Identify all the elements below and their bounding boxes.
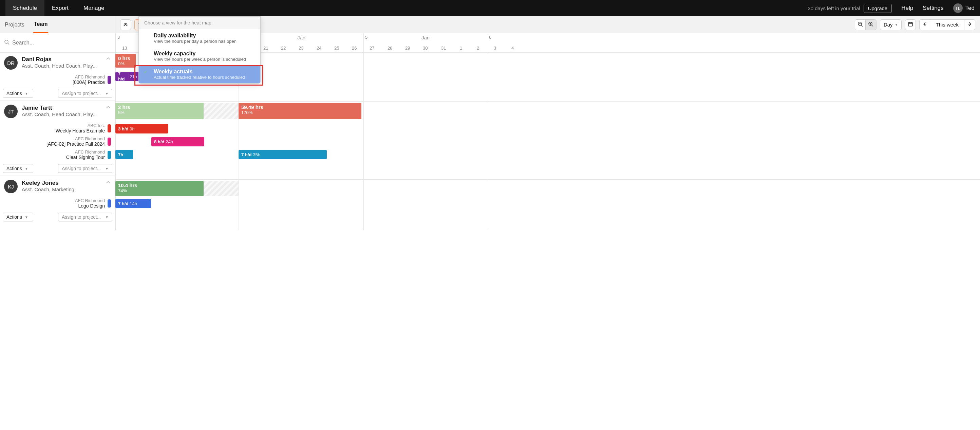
- project-row[interactable]: AFC Richmond Logo Design: [0, 197, 115, 210]
- chevron-down-icon: ▼: [105, 215, 108, 219]
- person-actions-row: Actions ▼ Assign to project... ▼: [0, 86, 115, 101]
- collapse-person-button[interactable]: [105, 180, 111, 186]
- week-number: 3: [118, 35, 120, 40]
- project-row[interactable]: AFC Richmond [000A] Practice: [0, 73, 115, 86]
- heat-hours: 59.49 hrs: [241, 104, 359, 110]
- zoom-out-icon: [858, 21, 863, 28]
- avatar: JT: [4, 105, 18, 118]
- collapse-all-button[interactable]: [120, 19, 131, 30]
- month-label: Jan: [422, 35, 430, 40]
- actions-button[interactable]: Actions ▼: [3, 164, 33, 173]
- user-name: Ted: [966, 5, 975, 11]
- check-icon: ✓: [143, 69, 148, 75]
- project-client: AFC Richmond: [73, 74, 105, 80]
- collapse-person-button[interactable]: [105, 56, 111, 62]
- dropdown-item-weekly-capacity[interactable]: Weekly capacity View the hours per week …: [139, 47, 260, 65]
- user-menu[interactable]: TL Ted: [953, 3, 975, 13]
- week-number: 6: [489, 35, 492, 40]
- avatar: TL: [953, 3, 963, 13]
- upgrade-button[interactable]: Upgrade: [864, 4, 892, 13]
- hatched-area: [204, 103, 239, 119]
- task-bar[interactable]: 3 h/d 9h: [115, 124, 168, 133]
- day-label: 1: [460, 45, 462, 51]
- dropdown-heading: Choose a view for the heat map:: [139, 17, 260, 29]
- heat-bar[interactable]: 10.4 hrs 74%: [115, 181, 204, 196]
- task-bar[interactable]: 7 h/d 14h: [115, 199, 151, 208]
- task-bar[interactable]: 8 h/d 24h: [151, 137, 204, 146]
- trial-text: 30 days left in your trial: [808, 5, 860, 11]
- heat-bar[interactable]: 59.49 hrs 170%: [239, 103, 361, 119]
- task-bar[interactable]: 7 h/d 35h: [239, 150, 327, 159]
- arrow-left-icon: [922, 21, 928, 28]
- tab-projects[interactable]: Projects: [4, 16, 25, 33]
- task-bar[interactable]: 7 h/d 21h: [115, 72, 140, 81]
- task-bar[interactable]: 7h: [115, 150, 133, 159]
- chevron-down-icon: ▼: [895, 23, 898, 27]
- day-label: 4: [511, 45, 514, 51]
- search-input[interactable]: [12, 40, 111, 46]
- actions-label: Actions: [6, 214, 22, 220]
- person-name[interactable]: Dani Rojas: [22, 56, 97, 63]
- next-period-button[interactable]: [964, 19, 975, 30]
- person-name[interactable]: Jamie Tartt: [22, 105, 97, 112]
- project-row[interactable]: AFC Richmond Cleat Signing Tour: [0, 148, 115, 161]
- project-name: [AFC-02] Practice Fall 2024: [46, 141, 105, 147]
- nav-settings[interactable]: Settings: [923, 5, 943, 11]
- this-week-button[interactable]: This week: [930, 19, 964, 30]
- chevron-down-icon: ▼: [105, 92, 108, 96]
- collapse-person-button[interactable]: [105, 105, 111, 111]
- actions-button[interactable]: Actions ▼: [3, 89, 33, 98]
- dropdown-item-sub: View the hours per week a person is sche…: [154, 57, 255, 62]
- person-actions-row: Actions ▼ Assign to project... ▼: [0, 210, 115, 224]
- actions-button[interactable]: Actions ▼: [3, 213, 33, 221]
- project-row[interactable]: AFC Richmond [AFC-02] Practice Fall 2024: [0, 135, 115, 148]
- assign-to-project-select[interactable]: Assign to project... ▼: [58, 89, 112, 98]
- calendar-button[interactable]: [905, 19, 916, 30]
- heat-bar[interactable]: 2 hrs 5%: [115, 103, 204, 119]
- assign-placeholder: Assign to project...: [62, 166, 101, 171]
- heatmap-dropdown: Choose a view for the heat map: Daily av…: [138, 16, 261, 83]
- month-label: Jan: [297, 35, 305, 40]
- zoom-out-button[interactable]: [855, 19, 865, 30]
- day-label: 24: [317, 45, 321, 51]
- heat-hours: 2 hrs: [118, 104, 201, 110]
- day-label: 31: [441, 45, 446, 51]
- dropdown-item-sub: View the hours per day a person has open: [154, 39, 255, 44]
- project-color-dot: [108, 137, 111, 146]
- chevron-down-icon: ▼: [25, 167, 28, 171]
- task-rate: 7 h/d: [118, 71, 128, 82]
- assign-placeholder: Assign to project...: [62, 214, 101, 220]
- view-unit-button[interactable]: Day ▼: [880, 19, 902, 30]
- nav-help[interactable]: Help: [901, 5, 913, 11]
- search-icon: [4, 39, 10, 46]
- dropdown-item-title: Daily availability: [154, 33, 255, 39]
- day-label: 22: [281, 45, 286, 51]
- nav-manage[interactable]: Manage: [76, 0, 111, 16]
- svg-line-2: [861, 25, 862, 27]
- zoom-in-button[interactable]: [865, 19, 877, 30]
- nav-schedule[interactable]: Schedule: [5, 0, 45, 16]
- zoom-in-icon: [868, 21, 873, 28]
- project-row[interactable]: ABC Inc. Weekly Hours Example: [0, 121, 115, 135]
- project-name: Weekly Hours Example: [56, 128, 105, 133]
- day-label: 28: [388, 45, 392, 51]
- dropdown-item-daily-availability[interactable]: Daily availability View the hours per da…: [139, 29, 260, 47]
- person-name[interactable]: Keeley Jones: [22, 180, 74, 187]
- prev-period-button[interactable]: [919, 19, 930, 30]
- arrow-right-icon: [967, 21, 972, 28]
- task-rate: 3 h/d: [118, 126, 128, 131]
- assign-to-project-select[interactable]: Assign to project... ▼: [58, 213, 112, 221]
- day-label: 30: [423, 45, 428, 51]
- timeline-section: 2 hrs 5% 59.49 hrs 170% 3 h/d 9h 8 h/d 2…: [115, 101, 980, 179]
- nav-export[interactable]: Export: [45, 0, 76, 16]
- dropdown-item-weekly-actuals[interactable]: ✓ Weekly actuals Actual time tracked rel…: [139, 65, 260, 83]
- person-header: KJ Keeley Jones Asst. Coach, Marketing: [0, 176, 115, 197]
- task-hours: 21h: [130, 74, 137, 79]
- calendar-icon: [908, 21, 913, 28]
- double-chevron-up-icon: [123, 21, 128, 28]
- assign-to-project-select[interactable]: Assign to project... ▼: [58, 164, 112, 173]
- project-color-dot: [108, 151, 111, 159]
- heat-bar[interactable]: 0 hrs 0%: [115, 54, 136, 67]
- tab-team[interactable]: Team: [33, 16, 49, 33]
- day-label: 29: [405, 45, 410, 51]
